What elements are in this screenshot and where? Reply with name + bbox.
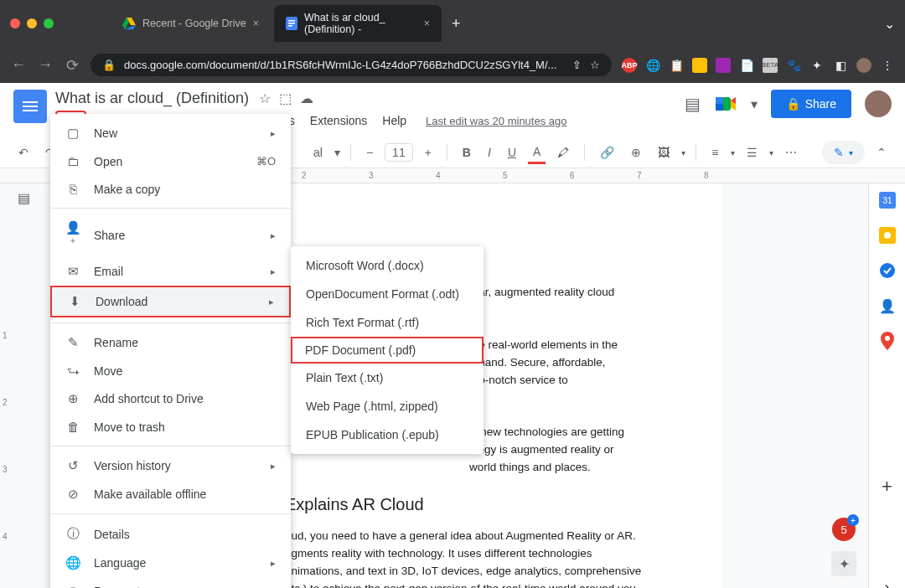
menu-move[interactable]: ⮑Move [50, 357, 291, 384]
menu-new[interactable]: ▢New▸ [50, 119, 291, 147]
profile-icon[interactable] [856, 58, 871, 73]
add-icon[interactable]: + [877, 477, 897, 497]
download-submenu: Microsoft Word (.docx) OpenDocument Form… [291, 246, 484, 454]
meet-dropdown-icon[interactable]: ▾ [751, 96, 758, 112]
highlight-button[interactable]: 🖍 [552, 142, 574, 162]
contacts-icon[interactable]: 👤 [877, 296, 897, 316]
dropdown-icon[interactable]: ▾ [731, 148, 735, 157]
outline-icon[interactable]: ▤ [18, 190, 30, 206]
bold-button[interactable]: B [458, 142, 476, 162]
calendar-icon[interactable]: 31 [877, 190, 897, 210]
menu-email[interactable]: ✉Email▸ [50, 257, 291, 286]
submenu-txt[interactable]: Plain Text (.txt) [291, 364, 484, 392]
italic-button[interactable]: I [483, 142, 496, 162]
link-button[interactable]: 🔗 [595, 142, 619, 162]
close-icon[interactable]: × [253, 18, 259, 29]
more-icon[interactable]: ⋮ [880, 58, 895, 73]
panel-icon[interactable]: ◧ [833, 58, 848, 73]
reload-button[interactable]: ⟳ [64, 56, 80, 75]
user-avatar[interactable] [865, 90, 892, 117]
tab-docs[interactable]: What is ar cloud_ (Definition) - × [274, 5, 442, 42]
collapse-panel-icon[interactable]: › [877, 577, 897, 588]
keep-icon[interactable] [877, 225, 897, 245]
ext-icon-3[interactable] [692, 58, 707, 73]
comment-history-icon[interactable]: ▤ [685, 94, 701, 114]
submenu-epub[interactable]: EPUB Publication (.epub) [291, 420, 484, 449]
comment-button[interactable]: ⊕ [626, 142, 646, 162]
explore-button[interactable]: ✦ [831, 551, 856, 576]
new-tab-button[interactable]: + [445, 15, 468, 33]
dropdown-icon[interactable]: ▾ [769, 148, 773, 157]
more-button[interactable]: ⋯ [780, 142, 802, 162]
extensions-icon[interactable]: ✦ [809, 58, 825, 73]
menu-trash[interactable]: 🗑Move to trash [50, 413, 291, 441]
font-increase[interactable]: + [420, 142, 437, 162]
share-button[interactable]: 🔒 Share [771, 90, 851, 118]
share-icon[interactable]: ⇧ [572, 59, 582, 71]
address-bar[interactable]: 🔒 docs.google.com/document/d/1b1RS6fcHWr… [90, 54, 612, 76]
last-edit-info[interactable]: Last edit was 20 minutes ago [426, 115, 566, 127]
cloud-icon[interactable]: ☁ [300, 90, 313, 106]
window-maximize[interactable] [44, 18, 54, 28]
close-icon[interactable]: × [424, 18, 430, 29]
dropdown-icon[interactable]: ▾ [681, 148, 685, 157]
menu-open[interactable]: 🗀Open⌘O [50, 147, 291, 175]
font-decrease[interactable]: − [361, 142, 378, 162]
bookmark-icon[interactable]: ☆ [590, 59, 600, 71]
menu-help[interactable]: Help [376, 111, 412, 131]
tasks-icon[interactable] [877, 260, 897, 281]
menu-pagesetup[interactable]: ▯Page setup [50, 577, 291, 588]
menu-extensions[interactable]: Extensions [304, 111, 373, 131]
window-minimize[interactable] [27, 18, 37, 28]
line-spacing-button[interactable]: ☰ [742, 142, 763, 162]
docs-logo[interactable] [13, 90, 47, 123]
abp-icon[interactable]: ABP [622, 58, 637, 73]
menu-shortcut[interactable]: ⊕Add shortcut to Drive [50, 384, 291, 413]
download-icon: ⬇ [67, 294, 82, 309]
chevron-down-icon[interactable]: ⌄ [884, 16, 895, 32]
align-button[interactable]: ≡ [706, 142, 723, 162]
submenu-rtf[interactable]: Rich Text Format (.rtf) [291, 308, 484, 337]
menu-share[interactable]: 👤⁺Share▸ [50, 214, 291, 257]
maps-icon[interactable] [877, 331, 897, 351]
dropdown-icon[interactable]: ▾ [334, 146, 340, 159]
menu-version[interactable]: ↺Version history▸ [50, 451, 291, 480]
ext-icon-2[interactable]: 📋 [669, 58, 684, 73]
text-color-button[interactable]: A [528, 142, 546, 164]
body-text: ugments reality with technology. It uses… [285, 545, 670, 563]
submenu-html[interactable]: Web Page (.html, zipped) [291, 392, 484, 420]
window-close[interactable] [10, 18, 20, 28]
notification-badge[interactable]: 5 [832, 518, 856, 541]
zoom-select[interactable]: al [308, 142, 328, 162]
submenu-docx[interactable]: Microsoft Word (.docx) [291, 251, 484, 280]
body-text: world things and places. [469, 459, 670, 477]
menu-copy[interactable]: ⎘Make a copy [50, 175, 291, 203]
menu-rename[interactable]: ✎Rename [50, 328, 291, 357]
tab-drive[interactable]: Recent - Google Drive × [111, 10, 271, 37]
ext-icon-5[interactable]: 📄 [739, 58, 754, 73]
collapse-button[interactable]: ⌃ [871, 142, 892, 162]
menu-language[interactable]: 🌐Language▸ [50, 549, 291, 577]
document-title[interactable]: What is ar cloud_ (Definition) [55, 90, 249, 107]
ext-beta-icon[interactable]: BETA [763, 58, 778, 73]
image-button[interactable]: 🖼 [653, 142, 675, 162]
edit-mode-button[interactable]: ✎ ▾ [822, 141, 865, 164]
font-size-input[interactable]: 11 [392, 146, 406, 159]
ext-icon-6[interactable]: 🐾 [786, 58, 801, 73]
underline-button[interactable]: U [503, 142, 521, 162]
menu-offline[interactable]: ⊘Make available offline [50, 480, 291, 508]
submenu-odt[interactable]: OpenDocument Format (.odt) [291, 280, 484, 308]
drive-icon [122, 17, 136, 30]
undo-button[interactable]: ↶ [13, 142, 34, 162]
forward-button[interactable]: → [37, 56, 54, 74]
ext-icon-1[interactable]: 🌐 [645, 58, 660, 73]
svg-rect-6 [288, 25, 292, 27]
menu-details[interactable]: ⓘDetails [50, 519, 291, 549]
star-icon[interactable]: ☆ [259, 90, 271, 106]
menu-download[interactable]: ⬇Download▸ [50, 286, 291, 317]
submenu-pdf[interactable]: PDF Document (.pdf) [291, 337, 484, 364]
back-button[interactable]: ← [10, 56, 27, 74]
meet-icon[interactable] [714, 92, 737, 116]
ext-icon-4[interactable] [716, 58, 731, 73]
move-icon[interactable]: ⬚ [279, 90, 292, 106]
